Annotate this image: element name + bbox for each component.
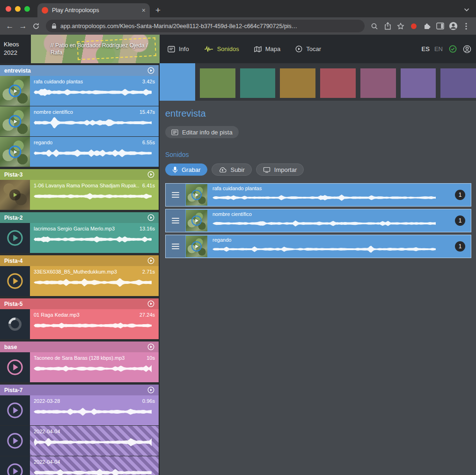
clip-play-button[interactable]	[0, 223, 30, 253]
language-en[interactable]: EN	[434, 45, 443, 52]
track-play-icon[interactable]	[147, 67, 154, 74]
drag-handle[interactable]	[166, 209, 185, 232]
sound-photo-thumbnail[interactable]	[0, 76, 30, 106]
clip-duration: 27.24s	[139, 312, 155, 318]
waveform	[212, 192, 436, 203]
track-swatch-3[interactable]	[240, 68, 276, 98]
clip-row[interactable]: Taconeo de Sara Baras (128 kbps).mp310s	[0, 352, 159, 382]
language-es[interactable]: ES	[422, 45, 430, 52]
browser-tab[interactable]: Play Antropoloops ×	[37, 3, 150, 17]
sound-row[interactable]: regando1	[165, 235, 471, 258]
sound-row[interactable]: rafa cuidando plantas1	[165, 183, 471, 207]
clip-row[interactable]: regando6.55s	[0, 137, 159, 167]
track-group-base: baseTaconeo de Sara Baras (128 kbps).mp3…	[0, 341, 159, 382]
edit-track-info-button[interactable]: Editar info de pista	[165, 126, 239, 138]
nav-info[interactable]: Info	[168, 45, 189, 52]
account-icon[interactable]	[463, 45, 471, 53]
browser-menu-icon[interactable]	[460, 20, 472, 32]
clip-row[interactable]: rafa cuidando plantas3.42s	[0, 76, 159, 106]
clip-row[interactable]: 2022-04-04	[0, 426, 159, 456]
track-swatch-5[interactable]	[320, 68, 356, 98]
track-swatch-8[interactable]	[440, 68, 476, 98]
sound-waveform	[212, 192, 451, 203]
zoom-icon[interactable]	[368, 20, 381, 32]
track-header[interactable]: base	[0, 341, 159, 352]
clip-play-button[interactable]	[0, 456, 30, 475]
track-name: Pista-5	[4, 301, 147, 307]
track-swatch-1[interactable]	[160, 63, 195, 101]
track-header[interactable]: Pista-3	[0, 169, 159, 180]
profile-avatar-icon[interactable]	[447, 20, 459, 32]
clip-play-button[interactable]	[0, 266, 30, 296]
share-icon[interactable]	[381, 20, 394, 32]
clip-row[interactable]: 2022-04-04	[0, 456, 159, 475]
track-swatch-4[interactable]	[280, 68, 315, 98]
clip-row[interactable]: nombre científico15.47s	[0, 106, 159, 136]
tab-search-chevron-icon[interactable]	[464, 8, 469, 12]
back-button[interactable]: ←	[4, 20, 16, 32]
track-header[interactable]: Pista-4	[0, 255, 159, 266]
clip-waveform	[34, 115, 155, 130]
track-swatch-2[interactable]	[200, 68, 235, 98]
clip-name: 2022-04-04	[34, 459, 60, 465]
track-play-icon[interactable]	[147, 171, 154, 178]
grabar-button[interactable]: Grabar	[165, 163, 207, 176]
side-panel-icon[interactable]	[434, 20, 446, 32]
sound-photo-thumbnail[interactable]	[0, 180, 30, 210]
clip-waveform	[34, 318, 155, 333]
minimize-window-button[interactable]	[15, 6, 21, 12]
close-window-button[interactable]	[6, 6, 11, 12]
sound-actions: GrabarSubirImportar	[165, 163, 471, 176]
zoom-window-button[interactable]	[24, 6, 30, 12]
clip-row[interactable]: 01 Raga Kedar.mp327.24s	[0, 309, 159, 339]
track-header[interactable]: Pista-5	[0, 298, 159, 309]
clip-play-button[interactable]	[0, 395, 30, 425]
url-bar[interactable]: app.antropoloops.com/Kleos-Santa-Marina/…	[46, 20, 365, 32]
bookmark-star-icon[interactable]	[395, 20, 407, 32]
track-header[interactable]: entrevista	[0, 65, 159, 76]
sound-name: regando	[212, 237, 451, 243]
importar-button[interactable]: Importar	[256, 163, 304, 176]
waveform	[34, 435, 152, 450]
clip-play-button[interactable]	[0, 352, 30, 382]
nav-sonidos[interactable]: Sonidos	[204, 45, 239, 52]
track-name: Pista-7	[4, 387, 147, 393]
clip-row[interactable]: 33ESX6038_B5_Muthedukkum.mp32.71s	[0, 266, 159, 296]
clip-row[interactable]: 2022-03-280.96s	[0, 395, 159, 425]
track-swatch-7[interactable]	[401, 68, 436, 98]
clip-waveform	[34, 465, 155, 475]
extensions-puzzle-icon[interactable]	[421, 20, 433, 32]
sound-body: nombre científico	[208, 209, 455, 232]
subir-button[interactable]: Subir	[212, 163, 251, 176]
recording-extension-icon[interactable]	[408, 20, 420, 32]
clip-play-button[interactable]	[0, 426, 30, 456]
track-play-icon[interactable]	[147, 257, 154, 264]
track-group-Pista-4: Pista-433ESX6038_B5_Muthedukkum.mp32.71s	[0, 255, 159, 296]
clip-row[interactable]: lacrimosa Sergio García Merlo.mp313.16s	[0, 223, 159, 253]
track-play-icon[interactable]	[147, 300, 154, 307]
clip-name: 2022-04-04	[34, 429, 60, 434]
track-play-icon[interactable]	[147, 386, 154, 393]
nav-tocar[interactable]: Tocar	[295, 45, 321, 52]
sound-count-badge: 1	[455, 190, 465, 200]
clip-duration: 13.16s	[139, 226, 155, 231]
drag-handle[interactable]	[166, 184, 185, 206]
play-overlay-icon	[191, 241, 202, 252]
reload-button[interactable]	[30, 20, 42, 32]
track-header[interactable]: Pista-2	[0, 212, 159, 223]
track-play-icon[interactable]	[147, 214, 154, 221]
sound-row[interactable]: nombre científico1	[165, 209, 471, 232]
nav-mapa[interactable]: Mapa	[254, 45, 281, 52]
track-play-icon[interactable]	[147, 343, 154, 350]
new-tab-button[interactable]: +	[155, 6, 161, 15]
forward-button[interactable]: →	[17, 20, 29, 32]
track-swatch-6[interactable]	[360, 68, 396, 98]
clip-row[interactable]: 1-06 Lavanya Rama Poorna Shadjam Rupak..…	[0, 180, 159, 210]
drag-handle[interactable]	[166, 235, 185, 258]
sound-photo-thumbnail[interactable]	[0, 106, 30, 136]
sound-photo-thumbnail[interactable]	[0, 137, 30, 167]
waveform	[34, 361, 152, 376]
tab-close-icon[interactable]: ×	[142, 7, 146, 14]
track-name: Pista-4	[4, 258, 147, 264]
track-header[interactable]: Pista-7	[0, 385, 159, 395]
